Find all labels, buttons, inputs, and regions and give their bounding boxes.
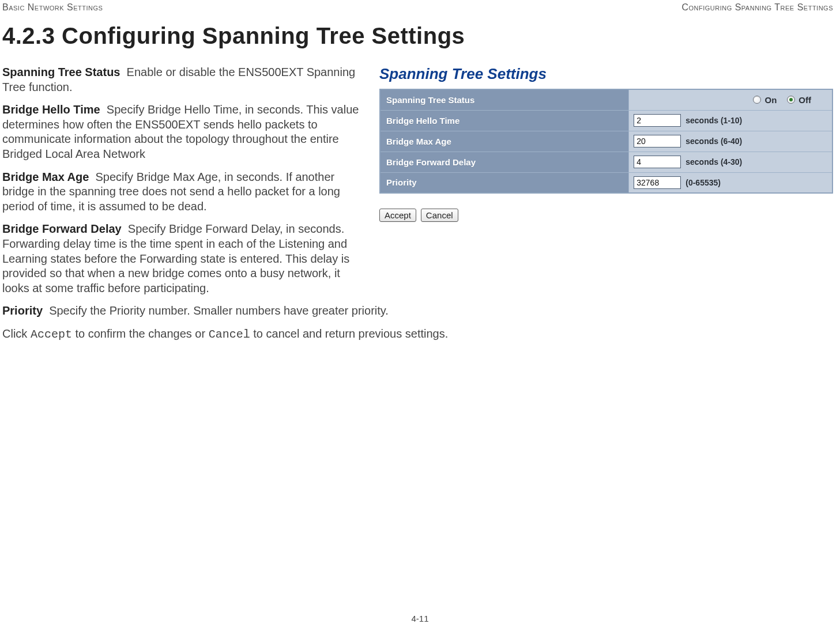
row-status: Spanning Tree Status On Off	[380, 89, 833, 110]
status-on-label: On	[764, 95, 777, 105]
desc-priority-text: Specify the Priority number. Smaller num…	[49, 304, 389, 317]
desc-status-label: Spanning Tree Status	[2, 66, 120, 78]
row-maxage-value: seconds (6-40)	[629, 131, 833, 152]
row-priority-label: Priority	[380, 172, 629, 193]
closing-accept-code: Accept	[31, 328, 72, 341]
closing-pre: Click	[2, 327, 31, 340]
row-maxage: Bridge Max Age seconds (6-40)	[380, 131, 833, 152]
description-fullwidth: Priority Specify the Priority number. Sm…	[2, 304, 833, 342]
radio-icon	[787, 96, 795, 104]
row-fwd-value: seconds (4-30)	[629, 152, 833, 172]
header-left: Basic Network Settings	[2, 2, 103, 13]
row-hello: Bridge Hello Time seconds (1-10)	[380, 110, 833, 131]
desc-hello: Bridge Hello Time Specify Bridge Hello T…	[2, 103, 369, 161]
section-heading: 4.2.3 Configuring Spanning Tree Settings	[2, 23, 833, 49]
radio-icon	[753, 96, 761, 104]
section-title-text: Configuring Spanning Tree Settings	[62, 23, 465, 48]
row-hello-label: Bridge Hello Time	[380, 110, 629, 131]
status-on-option[interactable]: On	[753, 95, 777, 105]
desc-closing: Click Accept to confirm the changes or C…	[2, 327, 833, 342]
desc-maxage-label: Bridge Max Age	[2, 171, 89, 183]
row-fwd-label: Bridge Forward Delay	[380, 152, 629, 172]
desc-fwd: Bridge Forward Delay Specify Bridge Forw…	[2, 222, 369, 296]
cancel-button[interactable]: Cancel	[421, 209, 458, 222]
header-right: Configuring Spanning Tree Settings	[681, 2, 833, 13]
closing-mid: to confirm the changes or	[72, 327, 209, 340]
priority-hint: (0-65535)	[685, 178, 721, 187]
desc-priority: Priority Specify the Priority number. Sm…	[2, 304, 833, 319]
desc-maxage: Bridge Max Age Specify Bridge Max Age, i…	[2, 170, 369, 214]
content-columns: Spanning Tree Status Enable or disable t…	[2, 65, 833, 304]
desc-hello-label: Bridge Hello Time	[2, 103, 100, 116]
fwd-hint: seconds (4-30)	[685, 157, 742, 167]
page-running-header: Basic Network Settings Configuring Spann…	[2, 2, 833, 13]
desc-priority-label: Priority	[2, 304, 43, 317]
button-row: Accept Cancel	[379, 209, 833, 222]
section-number: 4.2.3	[2, 23, 55, 48]
closing-post: to cancel and return previous settings.	[250, 327, 449, 340]
row-status-label: Spanning Tree Status	[380, 89, 629, 110]
row-priority: Priority (0-65535)	[380, 172, 833, 193]
hello-input[interactable]	[634, 114, 681, 127]
settings-panel: Spanning Tree Settings Spanning Tree Sta…	[379, 65, 833, 222]
settings-table: Spanning Tree Status On Off	[379, 89, 833, 194]
page-number: 4-11	[411, 614, 428, 623]
desc-status: Spanning Tree Status Enable or disable t…	[2, 65, 369, 94]
description-column: Spanning Tree Status Enable or disable t…	[2, 65, 369, 304]
row-maxage-label: Bridge Max Age	[380, 131, 629, 152]
row-hello-value: seconds (1-10)	[629, 110, 833, 131]
status-off-option[interactable]: Off	[787, 95, 811, 105]
desc-fwd-label: Bridge Forward Delay	[2, 222, 122, 235]
row-priority-value: (0-65535)	[629, 172, 833, 193]
row-fwd: Bridge Forward Delay seconds (4-30)	[380, 152, 833, 172]
fwd-input[interactable]	[634, 156, 681, 168]
priority-input[interactable]	[634, 176, 681, 189]
maxage-input[interactable]	[634, 135, 681, 147]
status-radio-group: On Off	[634, 95, 827, 105]
hello-hint: seconds (1-10)	[685, 116, 742, 125]
panel-title: Spanning Tree Settings	[379, 65, 833, 83]
maxage-hint: seconds (6-40)	[685, 137, 742, 146]
accept-button[interactable]: Accept	[379, 209, 416, 222]
status-off-label: Off	[798, 95, 811, 105]
row-status-value: On Off	[629, 89, 833, 110]
closing-cancel-code: Cancel	[209, 328, 250, 341]
